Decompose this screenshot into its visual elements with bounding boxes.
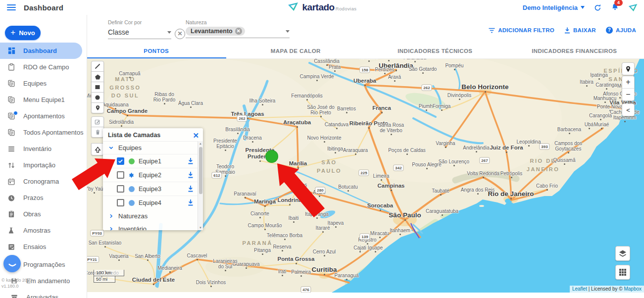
chevron-right-icon[interactable] — [108, 226, 114, 231]
menu-icon[interactable] — [7, 4, 16, 10]
sidebar-item-importacao[interactable]: Importação — [0, 157, 87, 173]
map-label-dot — [346, 279, 347, 280]
draw-rectangle-button[interactable] — [91, 82, 104, 93]
upload-layer-button[interactable] — [91, 143, 104, 155]
notifications-button[interactable]: 4 — [611, 2, 619, 13]
nature-select[interactable]: Levantamento✕ — [186, 25, 290, 38]
chat-widget-button[interactable] — [3, 255, 21, 272]
kartado-mark-icon[interactable] — [628, 3, 638, 12]
sidebar-item-label: Amostras — [23, 227, 50, 234]
map-label-dot — [453, 165, 455, 166]
sidebar-item-amostras[interactable]: Amostras — [0, 222, 87, 239]
page-title: Dashboard — [24, 3, 63, 12]
map-label-dot — [477, 193, 479, 195]
clipboard-icon — [7, 63, 16, 72]
tab-indicadores-tecnicos[interactable]: INDICADORES TÉCNICOS — [365, 45, 505, 58]
layer-row-equipe2: Equipe2 — [103, 168, 198, 182]
chevron-right-icon[interactable] — [108, 213, 114, 219]
map-label-dot — [364, 85, 366, 86]
tab-pontos[interactable]: PONTOS — [87, 45, 226, 58]
sidebar-item-prazos[interactable]: Prazos — [0, 190, 87, 206]
tab-indicadores-financeiros[interactable]: INDICADORES FINANCEIROS — [505, 45, 644, 58]
grid-view-button[interactable] — [615, 265, 630, 280]
checkbox-equipe3[interactable] — [117, 185, 124, 193]
mapbox-link[interactable]: Mapbox — [624, 286, 642, 292]
flask-icon — [7, 226, 16, 235]
tab-mapa-de-calor[interactable]: MAPA DE CALOR — [226, 45, 366, 58]
map-label-dot — [300, 275, 302, 277]
scroll-down-icon[interactable]: ▼ — [198, 225, 203, 230]
checkbox-equipe2[interactable] — [117, 171, 124, 179]
zoom-out-button[interactable]: − — [622, 89, 634, 100]
layer-group-equipes[interactable]: Equipes — [103, 141, 198, 154]
scroll-up-icon[interactable]: ▲ — [198, 141, 203, 146]
color-by-select[interactable]: Classe — [108, 26, 171, 39]
sidebar-item-equipes[interactable]: Equipes — [0, 75, 87, 92]
sidebar-item-arquivadas[interactable]: Arquivadas — [0, 289, 87, 298]
map-canvas[interactable]: MATO GROSSO DO SULSÃO PAULOPARANÁRIO DE … — [87, 59, 644, 293]
map-label-dot — [546, 189, 548, 191]
map-label-dot — [115, 108, 116, 109]
download-button[interactable]: BAIXAR — [564, 27, 596, 34]
help-button[interactable]: ? AJUDA — [606, 27, 636, 34]
panel-scrollbar[interactable]: ▲ ▼ — [198, 141, 203, 230]
delete-layers-button[interactable] — [91, 127, 104, 138]
layer-group-naturezas[interactable]: Naturezas — [103, 209, 198, 222]
refresh-icon[interactable] — [594, 3, 602, 12]
basemap-layers-button[interactable] — [615, 246, 630, 261]
map-label-dot — [121, 125, 122, 127]
team-point-equipe1[interactable] — [265, 150, 278, 163]
map-label-dot — [485, 91, 486, 93]
chip-remove-icon[interactable]: ✕ — [235, 28, 242, 35]
chevron-down-icon[interactable] — [108, 145, 114, 151]
download-layer-icon[interactable] — [187, 157, 194, 165]
draw-polyline-button[interactable] — [91, 61, 104, 72]
zoom-in-button[interactable]: + — [622, 76, 634, 89]
draw-polygon-button[interactable] — [91, 71, 104, 82]
map-label-dot — [476, 151, 477, 152]
clear-filter-button[interactable]: ✕ — [175, 29, 185, 39]
notification-badge: 4 — [614, 0, 623, 6]
sidebar-item-obras[interactable]: Obras — [0, 206, 87, 222]
edit-layers-button[interactable] — [91, 116, 104, 127]
draw-circle-button[interactable] — [91, 92, 104, 103]
layer-group-inventario[interactable]: Inventário — [103, 222, 198, 230]
checkbox-equipe4[interactable] — [117, 199, 124, 206]
sidebar-item-dashboard[interactable]: Dashboard — [0, 43, 82, 59]
sidebar-item-label: Obras — [23, 210, 41, 218]
map-label-dot — [297, 188, 298, 190]
user-menu[interactable]: Demo Inteligência — [523, 4, 585, 11]
map-label-dot — [440, 194, 442, 196]
circle-icon — [128, 199, 135, 206]
map-label-dot — [511, 177, 512, 178]
map-label-dot — [324, 255, 325, 256]
download-layer-icon[interactable] — [187, 185, 194, 193]
sidebar-item-rdo-de-campo[interactable]: RDO de Campo — [0, 59, 87, 75]
download-layer-icon[interactable] — [187, 171, 194, 179]
leaflet-link[interactable]: Leaflet — [572, 286, 587, 292]
sidebar-item-label: Programações — [23, 261, 65, 268]
scrollbar-thumb[interactable] — [199, 147, 202, 194]
map-label-dot — [528, 145, 530, 147]
map-label-dot — [367, 243, 368, 245]
draw-marker-button[interactable] — [91, 102, 104, 113]
sidebar-item-menu-equipe1[interactable]: Menu Equipe1 — [0, 92, 87, 108]
map-label-dot — [399, 234, 401, 235]
sidebar-item-cronograma[interactable]: Cronograma — [0, 173, 87, 190]
sidebar-item-inventario[interactable]: Inventário — [0, 141, 87, 157]
sidebar-item-todos-apontamentos[interactable]: Todos Apontamentos — [0, 124, 87, 141]
sidebar-item-ensaios[interactable]: Ensaios — [0, 239, 87, 255]
sidebar: +Novo DashboardRDO de CampoEquipesMenu E… — [0, 15, 87, 298]
add-filter-button[interactable]: ADICIONAR FILTRO — [489, 27, 554, 33]
map-label-dot — [426, 168, 428, 169]
checkbox-equipe1[interactable] — [117, 157, 124, 165]
map-label-dot — [164, 103, 165, 104]
sidebar-item-apontamentos[interactable]: Apontamentos — [0, 108, 87, 124]
new-button[interactable]: +Novo — [5, 26, 41, 40]
download-layer-icon[interactable] — [187, 199, 194, 206]
collapse-panel-button[interactable]: < — [622, 103, 635, 116]
close-icon[interactable]: ✕ — [193, 132, 199, 139]
locate-button[interactable] — [622, 62, 635, 75]
sidebar-item-label: Dashboard — [23, 47, 57, 54]
chevron-down-icon — [581, 6, 585, 9]
